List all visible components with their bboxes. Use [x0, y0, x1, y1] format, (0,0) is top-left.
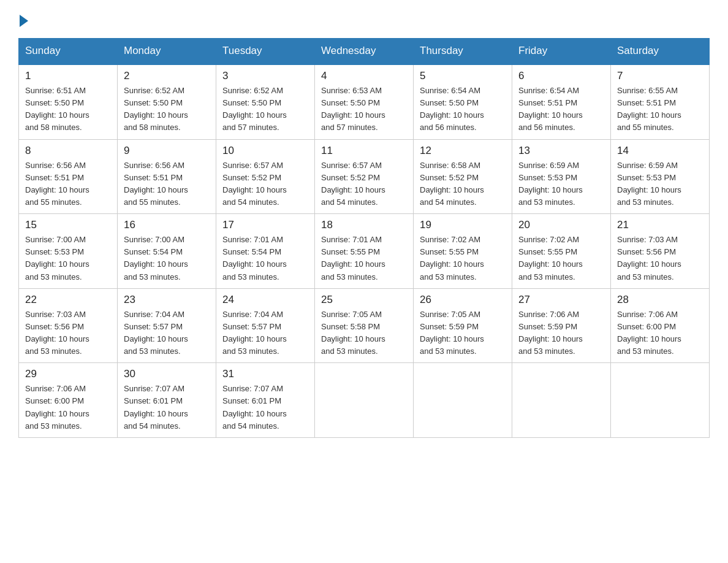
column-header-saturday: Saturday [611, 39, 710, 64]
calendar-cell: 16 Sunrise: 7:00 AMSunset: 5:54 PMDaylig… [118, 214, 216, 289]
day-info: Sunrise: 6:59 AMSunset: 5:53 PMDaylight:… [617, 159, 703, 209]
day-number: 18 [321, 219, 407, 231]
calendar-cell: 23 Sunrise: 7:04 AMSunset: 5:57 PMDaylig… [118, 288, 216, 363]
day-number: 19 [420, 219, 506, 231]
calendar-cell: 21 Sunrise: 7:03 AMSunset: 5:56 PMDaylig… [611, 214, 710, 289]
calendar-cell [611, 363, 710, 438]
calendar-cell: 19 Sunrise: 7:02 AMSunset: 5:55 PMDaylig… [414, 214, 512, 289]
day-number: 10 [222, 145, 308, 157]
page-header [18, 12, 710, 27]
calendar-cell: 14 Sunrise: 6:59 AMSunset: 5:53 PMDaylig… [611, 139, 710, 214]
day-number: 30 [124, 368, 210, 380]
calendar-cell: 28 Sunrise: 7:06 AMSunset: 6:00 PMDaylig… [611, 288, 710, 363]
column-header-thursday: Thursday [414, 39, 512, 64]
calendar-cell: 8 Sunrise: 6:56 AMSunset: 5:51 PMDayligh… [19, 139, 118, 214]
day-number: 4 [321, 70, 407, 82]
day-number: 3 [222, 70, 308, 82]
calendar-cell: 2 Sunrise: 6:52 AMSunset: 5:50 PMDayligh… [118, 64, 216, 140]
day-info: Sunrise: 7:06 AMSunset: 6:00 PMDaylight:… [617, 308, 703, 358]
calendar-cell: 10 Sunrise: 6:57 AMSunset: 5:52 PMDaylig… [216, 139, 315, 214]
day-number: 7 [617, 70, 703, 82]
day-number: 1 [25, 70, 111, 82]
column-header-tuesday: Tuesday [216, 39, 315, 64]
day-number: 23 [124, 294, 210, 306]
day-info: Sunrise: 6:52 AMSunset: 5:50 PMDaylight:… [124, 85, 210, 134]
calendar-cell: 7 Sunrise: 6:55 AMSunset: 5:51 PMDayligh… [611, 64, 710, 140]
day-number: 29 [25, 368, 111, 380]
day-number: 22 [25, 294, 111, 306]
day-number: 28 [617, 294, 703, 306]
column-header-friday: Friday [512, 39, 611, 64]
calendar-cell: 11 Sunrise: 6:57 AMSunset: 5:52 PMDaylig… [315, 139, 414, 214]
day-number: 26 [420, 294, 506, 306]
day-number: 16 [124, 219, 210, 231]
day-info: Sunrise: 6:51 AMSunset: 5:50 PMDaylight:… [25, 85, 111, 134]
calendar-cell: 24 Sunrise: 7:04 AMSunset: 5:57 PMDaylig… [216, 288, 315, 363]
calendar-cell: 22 Sunrise: 7:03 AMSunset: 5:56 PMDaylig… [19, 288, 118, 363]
day-info: Sunrise: 6:57 AMSunset: 5:52 PMDaylight:… [321, 159, 407, 209]
calendar-week-row: 15 Sunrise: 7:00 AMSunset: 5:53 PMDaylig… [19, 214, 710, 289]
day-info: Sunrise: 7:05 AMSunset: 5:59 PMDaylight:… [420, 308, 506, 358]
day-number: 2 [124, 70, 210, 82]
day-info: Sunrise: 7:00 AMSunset: 5:53 PMDaylight:… [25, 234, 111, 283]
day-info: Sunrise: 6:52 AMSunset: 5:50 PMDaylight:… [222, 85, 308, 134]
day-number: 8 [25, 145, 111, 157]
day-info: Sunrise: 6:59 AMSunset: 5:53 PMDaylight:… [518, 159, 604, 209]
day-info: Sunrise: 7:01 AMSunset: 5:55 PMDaylight:… [321, 234, 407, 283]
day-number: 9 [124, 145, 210, 157]
day-info: Sunrise: 7:04 AMSunset: 5:57 PMDaylight:… [124, 308, 210, 358]
day-info: Sunrise: 6:54 AMSunset: 5:50 PMDaylight:… [420, 85, 506, 134]
column-header-monday: Monday [118, 39, 216, 64]
day-info: Sunrise: 7:06 AMSunset: 6:00 PMDaylight:… [25, 383, 111, 432]
calendar-cell: 5 Sunrise: 6:54 AMSunset: 5:50 PMDayligh… [414, 64, 512, 140]
day-info: Sunrise: 7:06 AMSunset: 5:59 PMDaylight:… [518, 308, 604, 358]
calendar-cell: 3 Sunrise: 6:52 AMSunset: 5:50 PMDayligh… [216, 64, 315, 140]
day-info: Sunrise: 6:56 AMSunset: 5:51 PMDaylight:… [25, 159, 111, 209]
calendar-cell: 26 Sunrise: 7:05 AMSunset: 5:59 PMDaylig… [414, 288, 512, 363]
day-number: 13 [518, 145, 604, 157]
calendar-week-row: 8 Sunrise: 6:56 AMSunset: 5:51 PMDayligh… [19, 139, 710, 214]
calendar-cell [315, 363, 414, 438]
calendar-cell: 20 Sunrise: 7:02 AMSunset: 5:55 PMDaylig… [512, 214, 611, 289]
day-info: Sunrise: 6:58 AMSunset: 5:52 PMDaylight:… [420, 159, 506, 209]
calendar-cell: 30 Sunrise: 7:07 AMSunset: 6:01 PMDaylig… [118, 363, 216, 438]
day-info: Sunrise: 7:01 AMSunset: 5:54 PMDaylight:… [222, 234, 308, 283]
logo-arrow-icon [20, 15, 28, 27]
day-number: 12 [420, 145, 506, 157]
day-info: Sunrise: 6:54 AMSunset: 5:51 PMDaylight:… [518, 85, 604, 134]
day-number: 14 [617, 145, 703, 157]
calendar-header-row: SundayMondayTuesdayWednesdayThursdayFrid… [19, 39, 710, 64]
calendar-cell: 29 Sunrise: 7:06 AMSunset: 6:00 PMDaylig… [19, 363, 118, 438]
calendar-cell: 13 Sunrise: 6:59 AMSunset: 5:53 PMDaylig… [512, 139, 611, 214]
day-number: 27 [518, 294, 604, 306]
column-header-wednesday: Wednesday [315, 39, 414, 64]
calendar-week-row: 22 Sunrise: 7:03 AMSunset: 5:56 PMDaylig… [19, 288, 710, 363]
day-number: 21 [617, 219, 703, 231]
calendar-cell: 25 Sunrise: 7:05 AMSunset: 5:58 PMDaylig… [315, 288, 414, 363]
day-info: Sunrise: 7:02 AMSunset: 5:55 PMDaylight:… [518, 234, 604, 283]
calendar-cell [512, 363, 611, 438]
calendar-cell: 31 Sunrise: 7:07 AMSunset: 6:01 PMDaylig… [216, 363, 315, 438]
day-info: Sunrise: 7:05 AMSunset: 5:58 PMDaylight:… [321, 308, 407, 358]
day-info: Sunrise: 6:55 AMSunset: 5:51 PMDaylight:… [617, 85, 703, 134]
calendar-week-row: 29 Sunrise: 7:06 AMSunset: 6:00 PMDaylig… [19, 363, 710, 438]
day-info: Sunrise: 7:02 AMSunset: 5:55 PMDaylight:… [420, 234, 506, 283]
calendar-cell [414, 363, 512, 438]
day-number: 25 [321, 294, 407, 306]
calendar-cell: 9 Sunrise: 6:56 AMSunset: 5:51 PMDayligh… [118, 139, 216, 214]
calendar-cell: 27 Sunrise: 7:06 AMSunset: 5:59 PMDaylig… [512, 288, 611, 363]
column-header-sunday: Sunday [19, 39, 118, 64]
calendar-cell: 17 Sunrise: 7:01 AMSunset: 5:54 PMDaylig… [216, 214, 315, 289]
day-info: Sunrise: 7:03 AMSunset: 5:56 PMDaylight:… [25, 308, 111, 358]
day-info: Sunrise: 6:57 AMSunset: 5:52 PMDaylight:… [222, 159, 308, 209]
calendar-week-row: 1 Sunrise: 6:51 AMSunset: 5:50 PMDayligh… [19, 64, 710, 140]
calendar-cell: 12 Sunrise: 6:58 AMSunset: 5:52 PMDaylig… [414, 139, 512, 214]
day-info: Sunrise: 7:07 AMSunset: 6:01 PMDaylight:… [222, 383, 308, 432]
calendar-cell: 6 Sunrise: 6:54 AMSunset: 5:51 PMDayligh… [512, 64, 611, 140]
day-number: 11 [321, 145, 407, 157]
day-number: 24 [222, 294, 308, 306]
calendar-cell: 15 Sunrise: 7:00 AMSunset: 5:53 PMDaylig… [19, 214, 118, 289]
day-info: Sunrise: 7:04 AMSunset: 5:57 PMDaylight:… [222, 308, 308, 358]
day-number: 5 [420, 70, 506, 82]
day-number: 17 [222, 219, 308, 231]
